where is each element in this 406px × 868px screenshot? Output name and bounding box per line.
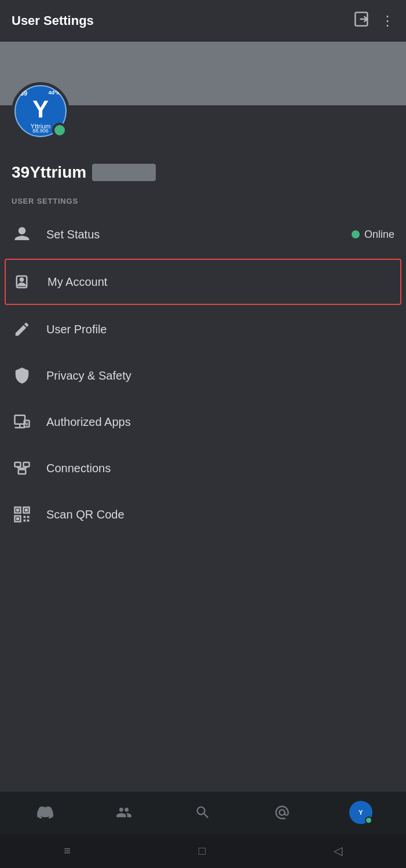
my-account-label: My Account — [47, 275, 393, 289]
svg-rect-24 — [27, 516, 30, 518]
nav-avatar[interactable]: Y — [346, 798, 375, 827]
profile-section: 39 4d¹5s² Y Yttrium 88.906 — [0, 105, 406, 163]
online-indicator-dot — [352, 230, 360, 238]
sys-menu-icon[interactable]: ≡ — [64, 844, 71, 858]
menu-item-privacy-safety[interactable]: Privacy & Safety — [0, 352, 406, 399]
nav-avatar-status-dot — [365, 816, 372, 824]
my-account-icon — [13, 271, 34, 292]
svg-rect-12 — [19, 470, 26, 475]
sys-home-icon[interactable]: □ — [199, 844, 206, 858]
user-profile-icon — [12, 319, 32, 340]
menu-item-set-status[interactable]: Set Status Online — [0, 211, 406, 258]
svg-rect-20 — [25, 509, 28, 512]
set-status-label: Set Status — [46, 228, 352, 241]
authorized-apps-icon — [12, 411, 32, 432]
user-profile-label: User Profile — [46, 323, 394, 336]
more-options-icon[interactable]: ⋮ — [381, 13, 394, 29]
svg-rect-11 — [24, 462, 30, 467]
scan-qr-icon — [12, 504, 32, 525]
menu-item-user-profile[interactable]: User Profile — [0, 306, 406, 352]
avatar-wrapper: 39 4d¹5s² Y Yttrium 88.906 — [12, 82, 70, 140]
privacy-safety-label: Privacy & Safety — [46, 369, 394, 382]
header-actions: ⋮ — [354, 11, 394, 31]
section-label-user-settings: USER SETTINGS — [0, 186, 406, 211]
status-indicator: Online — [352, 229, 394, 241]
nav-mentions[interactable] — [268, 798, 297, 827]
username-row: 39Yttrium — [0, 163, 406, 186]
system-navigation: ≡ □ ◁ — [0, 833, 406, 868]
nav-avatar-letter: Y — [359, 809, 363, 816]
scan-qr-label: Scan QR Code — [46, 508, 394, 521]
nav-search[interactable] — [188, 798, 217, 827]
status-value: Online — [364, 229, 394, 241]
nav-friends[interactable] — [109, 798, 138, 827]
connections-label: Connections — [46, 462, 394, 475]
username-tag — [92, 164, 156, 181]
bottom-navigation: Y — [0, 792, 406, 833]
menu-item-scan-qr[interactable]: Scan QR Code — [0, 491, 406, 538]
svg-rect-18 — [16, 509, 19, 512]
online-status-dot — [52, 123, 67, 138]
nav-discord[interactable] — [31, 798, 60, 827]
set-status-icon — [12, 224, 32, 245]
logout-icon[interactable] — [354, 11, 370, 31]
sys-back-icon[interactable]: ◁ — [334, 844, 342, 858]
svg-rect-4 — [15, 415, 25, 424]
svg-rect-22 — [16, 517, 19, 520]
page-title: User Settings — [12, 13, 94, 28]
svg-rect-26 — [27, 520, 30, 522]
svg-rect-25 — [24, 520, 26, 522]
username: 39Yttrium — [12, 163, 86, 182]
privacy-safety-icon — [12, 365, 32, 386]
svg-point-3 — [20, 278, 24, 282]
svg-rect-23 — [24, 516, 26, 518]
authorized-apps-label: Authorized Apps — [46, 415, 394, 429]
nav-profile-avatar: Y — [349, 801, 372, 824]
menu-item-my-account[interactable]: My Account — [5, 259, 401, 305]
header: User Settings ⋮ — [0, 0, 406, 42]
connections-icon — [12, 458, 32, 479]
menu-item-connections[interactable]: Connections — [0, 445, 406, 491]
menu-item-authorized-apps[interactable]: Authorized Apps — [0, 399, 406, 445]
svg-rect-10 — [15, 462, 21, 467]
